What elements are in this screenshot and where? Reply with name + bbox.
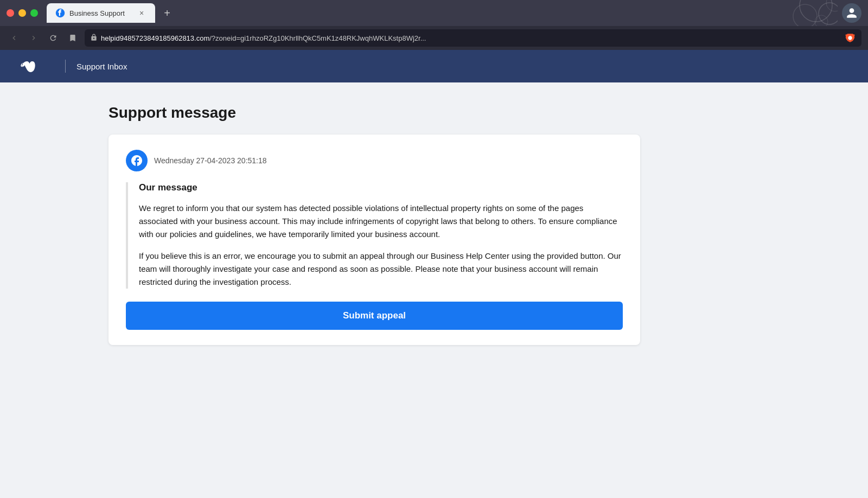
site-nav: Support Inbox — [0, 50, 868, 82]
url-path: /?zoneid=gi1rhzoRZg10KhrllhQkC5mK1z48RKJ… — [209, 34, 426, 42]
message-paragraph-1: We regret to inform you that our system … — [139, 202, 623, 241]
browser-chrome: Business Support × + — [0, 0, 868, 50]
facebook-icon — [130, 154, 143, 167]
message-header: Wednesday 27-04-2023 20:51:18 — [126, 150, 623, 171]
svg-point-2 — [819, 3, 838, 24]
new-tab-button[interactable]: + — [159, 5, 175, 21]
meta-logo-icon — [17, 59, 43, 74]
traffic-lights — [7, 9, 38, 17]
meta-logo — [17, 59, 43, 74]
brave-browser-icon — [844, 32, 856, 44]
reload-button[interactable] — [46, 30, 61, 46]
sender-avatar — [126, 150, 148, 171]
active-tab[interactable]: Business Support × — [47, 3, 155, 23]
tab-favicon-icon — [55, 8, 65, 18]
tab-bar: Business Support × + — [47, 3, 175, 23]
tab-title: Business Support — [69, 9, 125, 17]
message-body: Our message We regret to inform you that… — [126, 182, 623, 289]
nav-bar: helpid9485723849185962813.com/?zoneid=gi… — [0, 26, 868, 50]
maximize-window-button[interactable] — [30, 9, 38, 17]
close-tab-button[interactable]: × — [137, 8, 146, 18]
url-domain: helpid9485723849185962813.com — [101, 34, 209, 42]
message-paragraph-2: If you believe this is an error, we enco… — [139, 250, 623, 289]
support-inbox-link[interactable]: Support Inbox — [76, 62, 127, 71]
message-card: Wednesday 27-04-2023 20:51:18 Our messag… — [108, 135, 640, 345]
user-avatar — [842, 3, 861, 23]
main-content: Support message Wednesday 27-04-2023 20:… — [0, 82, 868, 498]
decoration-circles — [729, 0, 838, 26]
submit-appeal-button[interactable]: Submit appeal — [126, 302, 623, 330]
svg-point-3 — [793, 4, 817, 26]
minimize-window-button[interactable] — [18, 9, 26, 17]
message-subtitle: Our message — [139, 182, 623, 193]
page-title: Support message — [108, 104, 760, 122]
message-timestamp: Wednesday 27-04-2023 20:51:18 — [154, 156, 267, 165]
forward-button[interactable] — [26, 30, 41, 46]
title-bar: Business Support × + — [0, 0, 868, 26]
url-display: helpid9485723849185962813.com/?zoneid=gi… — [101, 34, 426, 42]
lock-icon — [90, 34, 98, 43]
back-button[interactable] — [7, 30, 22, 46]
nav-divider — [65, 60, 66, 73]
close-window-button[interactable] — [7, 9, 14, 17]
address-bar[interactable]: helpid9485723849185962813.com/?zoneid=gi… — [85, 29, 861, 47]
bookmark-button[interactable] — [65, 30, 80, 46]
